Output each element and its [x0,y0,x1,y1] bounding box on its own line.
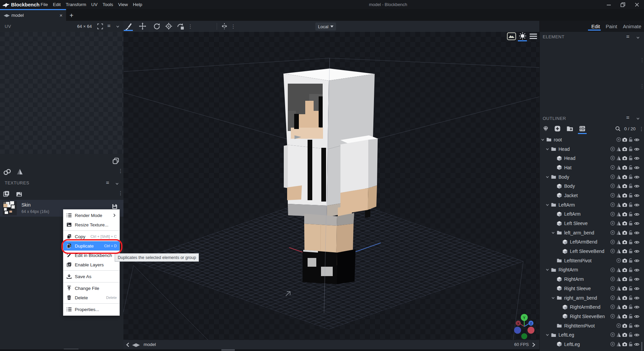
restore-button[interactable] [617,0,629,9]
prev-model-icon[interactable] [126,343,129,347]
context-menu-resize-texture[interactable]: Resize Texture... [63,220,119,229]
outliner-row-root[interactable]: root [540,135,644,144]
outliner-row-icons[interactable] [610,165,640,170]
element-menu-icon[interactable]: = [626,32,629,42]
mode-tab-paint[interactable]: Paint [606,24,617,29]
tab-close-icon[interactable]: × [57,10,65,21]
transform-space-dropdown[interactable]: Local [315,23,336,31]
context-menu-copy[interactable]: CopyCtrl + [Shift] + C [63,232,119,241]
outliner-row-icons[interactable] [610,332,640,338]
tab-model[interactable]: model × [0,9,66,21]
mode-tab-animate[interactable]: Animate [623,24,641,29]
outliner-row-jacket[interactable]: Jacket [540,191,644,200]
outliner-row-leftleg[interactable]: LeftLeg [540,330,644,340]
outliner-row-icons[interactable] [610,286,640,291]
mode-tab-edit[interactable]: Edit [591,24,600,29]
menu-view[interactable]: View [118,2,128,7]
search-icon[interactable] [615,126,621,132]
context-menu-save-as[interactable]: Save As [63,272,119,281]
add-cube-button[interactable] [554,125,561,132]
outliner-row-body[interactable]: Body [540,181,644,191]
outliner-row-right-sleeve[interactable]: Right Sleeve [540,284,644,293]
panel-handle-icon[interactable]: ⋮ [640,57,644,63]
outliner-row-icons[interactable] [610,192,640,198]
toolbar-more2-icon[interactable]: ⋮ [231,21,235,32]
outliner-row-icons[interactable] [610,174,640,180]
outliner-row-icons[interactable] [610,276,640,282]
element-collapse-icon[interactable] [636,35,640,40]
context-menu-delete[interactable]: DeleteDelete [63,293,119,302]
outliner-row-leftarm[interactable]: LeftArm [540,210,644,219]
outliner-menu-icon[interactable]: = [626,114,629,122]
outliner-row-left-sleeve[interactable]: Left Sleeve [540,219,644,228]
textures-collapse-icon[interactable] [115,181,119,186]
move-tool-icon[interactable] [139,23,146,30]
outliner-row-icons[interactable] [610,248,640,254]
context-menu-duplicate[interactable]: DuplicateCtrl + D [63,241,119,251]
outliner-row-icons[interactable] [610,146,640,152]
add-group-button[interactable] [566,125,574,132]
outliner-row-icons[interactable] [616,258,640,263]
outliner-row-icons[interactable] [610,267,640,273]
close-button[interactable] [631,0,643,9]
link-texture-icon[interactable] [3,168,12,176]
outliner-row-right-sleeveben[interactable]: Right SleeveBen [540,312,644,321]
outliner-view-toggle[interactable] [578,125,586,132]
outliner-row-icons[interactable] [616,137,640,142]
outliner-row-rightarmbend[interactable]: RightArmBend [540,302,644,312]
mirror-tool-icon[interactable] [221,23,228,30]
outliner-row-right_arm_bend[interactable]: right_arm_bend [540,293,644,303]
outliner-row-icons[interactable] [610,230,640,235]
statusbar-model-name[interactable]: model [144,340,156,349]
save-texture-icon[interactable] [111,203,118,210]
gem-icon[interactable] [542,125,549,132]
toolbar-more-icon[interactable]: ⋮ [188,21,193,32]
menu-help[interactable]: Help [133,2,142,7]
menu-file[interactable]: File [41,2,48,7]
uv-canvas[interactable] [0,32,123,154]
outliner-row-rightarm[interactable]: RightArm [540,274,644,284]
outliner-row-icons[interactable] [610,295,640,301]
outliner-row-leftleg[interactable]: LeftLeg [540,340,644,349]
outliner-row-icons[interactable] [610,202,640,208]
outliner-row-icons[interactable] [610,304,640,310]
outliner-row-hat[interactable]: Hat [540,163,644,172]
menu-transform[interactable]: Transform [66,2,86,7]
create-texture-icon[interactable] [15,191,23,198]
textures-more-icon[interactable]: ⋮ [118,190,123,196]
outliner-row-rightarm[interactable]: RightArm [540,265,644,275]
rotate-tool-icon[interactable] [153,23,160,30]
menu-tools[interactable]: Tools [103,2,113,7]
outliner-row-leftitempivot[interactable]: LeftItemPivot [540,256,644,265]
outliner-row-head[interactable]: Head [540,144,644,154]
outliner-collapse-icon[interactable] [636,116,640,121]
context-menu-edit-in-blockbench[interactable]: Edit in Blockbench [63,251,119,260]
outliner-scrollbar[interactable] [641,342,642,351]
outliner-row-left_arm_bend[interactable]: left_arm_bend [540,228,644,237]
background-image-button[interactable] [507,32,516,40]
new-tab-button[interactable]: + [67,10,76,21]
brush-tool-icon[interactable] [125,23,132,30]
menu-uv[interactable]: UV [91,2,98,7]
outliner-row-icons[interactable] [610,211,640,217]
textures-menu-icon[interactable]: = [106,178,109,188]
outliner-row-body[interactable]: Body [540,172,644,182]
context-menu-enable-layers[interactable]: Enable Layers [63,260,119,269]
context-menu-change-file[interactable]: Change File [63,283,119,293]
outliner-row-icons[interactable] [616,323,640,328]
minimize-button[interactable] [603,0,614,9]
outliner-row-leftarm[interactable]: LeftArm [540,200,644,210]
uv-frame-icon[interactable] [97,24,103,29]
rotate-snap-tool-icon[interactable] [177,23,184,30]
outliner-row-icons[interactable] [610,220,640,226]
import-texture-icon[interactable] [3,190,10,198]
outliner-row-left-sleevebend[interactable]: Left SleeveBend [540,247,644,256]
outliner-row-rightitempivot[interactable]: RightItemPivot [540,321,644,331]
shading-toggle-icon[interactable] [518,32,527,40]
uv-menu-icon[interactable]: = [107,21,110,32]
pivot-tool-icon[interactable] [165,23,172,30]
view-gizmo[interactable]: Y X Z [514,314,535,340]
outliner-row-head[interactable]: Head [540,153,644,163]
outliner-row-icons[interactable] [610,313,640,319]
outliner-more-icon[interactable]: ⋮ [639,123,644,135]
